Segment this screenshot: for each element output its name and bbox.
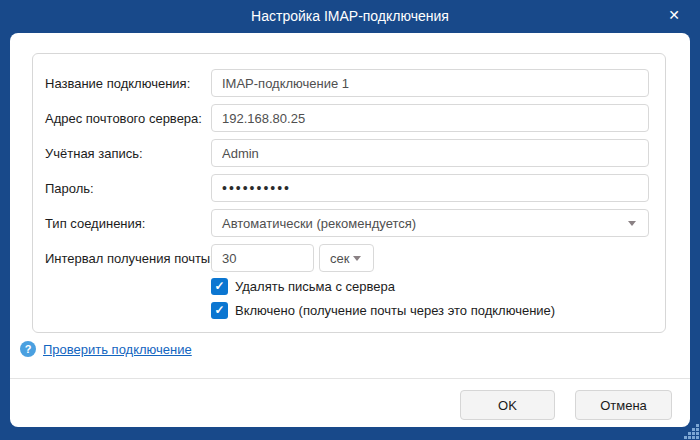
titlebar: Настройка IMAP-подключения ✕ bbox=[0, 0, 700, 33]
connection-form-panel: Название подключения: Адрес почтового се… bbox=[32, 53, 666, 333]
chevron-down-icon bbox=[353, 256, 361, 261]
footer-divider bbox=[10, 378, 690, 379]
password-input[interactable] bbox=[211, 174, 649, 202]
field-row-connection-name: Название подключения: bbox=[33, 69, 665, 97]
connection-name-label: Название подключения: bbox=[45, 76, 190, 91]
poll-interval-label: Интервал получения почты: bbox=[45, 251, 214, 266]
server-address-input[interactable] bbox=[211, 104, 649, 132]
connection-type-select[interactable]: Автоматически (рекомендуется) bbox=[211, 209, 649, 237]
field-row-connection-type: Тип соединения: Автоматически (рекоменду… bbox=[33, 209, 665, 237]
poll-interval-unit-select[interactable]: сек bbox=[319, 244, 374, 272]
help-question-icon: ? bbox=[20, 341, 36, 357]
imap-settings-dialog: { "window": { "title": "Настройка IMAP-п… bbox=[0, 0, 700, 440]
close-icon[interactable]: ✕ bbox=[662, 0, 686, 33]
field-row-poll-interval: Интервал получения почты: сек bbox=[33, 244, 665, 272]
field-row-password: Пароль: bbox=[33, 174, 665, 202]
dialog-surface: Название подключения: Адрес почтового се… bbox=[10, 33, 690, 427]
poll-interval-unit-value: сек bbox=[330, 251, 349, 266]
checkbox-checked-icon: ✓ bbox=[211, 302, 228, 319]
test-connection-link[interactable]: Проверить подключение bbox=[43, 341, 192, 358]
connection-name-input[interactable] bbox=[211, 69, 649, 97]
checkbox-enabled-label: Включено (получение почты через это подк… bbox=[235, 302, 555, 319]
connection-type-label: Тип соединения: bbox=[45, 216, 145, 231]
field-row-server-address: Адрес почтового сервера: bbox=[33, 104, 665, 132]
cancel-button[interactable]: Отмена bbox=[575, 390, 672, 420]
password-label: Пароль: bbox=[45, 181, 94, 196]
connection-type-value: Автоматически (рекомендуется) bbox=[222, 216, 416, 231]
ok-button[interactable]: OK bbox=[460, 390, 555, 420]
server-address-label: Адрес почтового сервера: bbox=[45, 111, 202, 126]
account-label: Учётная запись: bbox=[45, 146, 143, 161]
checkbox-checked-icon: ✓ bbox=[211, 278, 228, 295]
account-input[interactable] bbox=[211, 139, 649, 167]
poll-interval-input[interactable] bbox=[211, 244, 314, 272]
dialog-title: Настройка IMAP-подключения bbox=[0, 0, 700, 32]
checkbox-delete-from-server-label: Удалять письма с сервера bbox=[235, 278, 395, 295]
resize-grip[interactable] bbox=[684, 424, 699, 439]
field-row-account: Учётная запись: bbox=[33, 139, 665, 167]
chevron-down-icon bbox=[628, 221, 636, 226]
